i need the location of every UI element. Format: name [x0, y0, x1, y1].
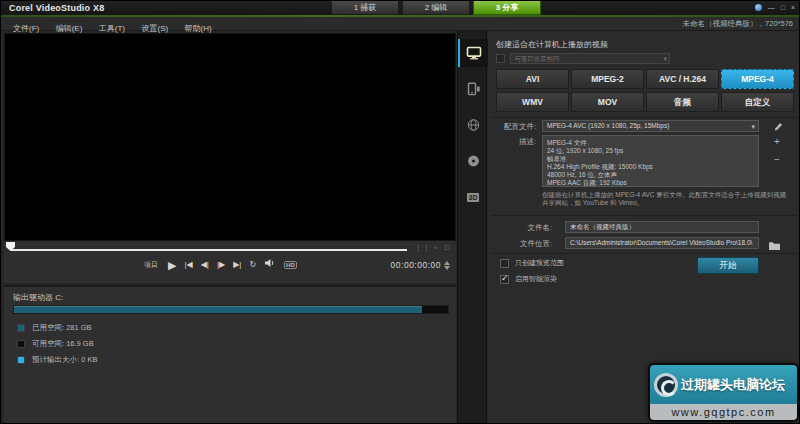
filename-label: 文件名: — [488, 223, 552, 233]
same-as-project-checkbox[interactable] — [496, 54, 505, 63]
menu-bar: 文件(F) 编辑(E) 工具(T) 设置(S) 帮助(H) 未命名（视频经典版）… — [1, 17, 800, 31]
profile-hint: 创建能在计算机上播放的 MPEG-4 AVC 兼容文件。此配置文件适合于上传视频… — [542, 191, 788, 207]
add-profile-icon[interactable]: + — [774, 137, 780, 147]
hd-toggle[interactable]: HD — [284, 261, 297, 269]
chevron-down-icon: ▾ — [663, 54, 667, 63]
preview-range-row: 只创建预览范围 — [500, 258, 564, 268]
preview-range-label: 只创建预览范围 — [515, 258, 564, 268]
legend-estimated: 预计输出大小: 0 KB — [17, 355, 97, 365]
drive-bar-free — [422, 306, 448, 313]
scrubber-track[interactable] — [11, 249, 407, 251]
same-as-project-select[interactable]: 与项目设置相同 ▾ — [510, 53, 670, 64]
title-bar: Corel VideoStudio X8 1 捕获 2 编辑 3 分享 — □ … — [1, 1, 800, 15]
legend-free-label: 可用空间: 16.9 GB — [32, 339, 94, 349]
minimize-icon[interactable]: — — [768, 3, 775, 12]
preview-monitor — [4, 33, 456, 241]
format-custom-button[interactable]: 自定义 — [721, 92, 794, 112]
forum-logo-icon — [654, 373, 678, 397]
legend-used-swatch — [17, 324, 25, 332]
same-as-project-row: 与项目设置相同 ▾ — [496, 53, 670, 64]
legend-free: 可用空间: 16.9 GB — [17, 339, 94, 349]
profile-value: MPEG-4 AVC (1920 x 1080, 25p, 15Mbps) — [547, 122, 669, 129]
share-dest-3d[interactable]: 3D — [458, 183, 488, 211]
repeat-button[interactable]: ↻ — [249, 259, 256, 271]
playback-mode-label[interactable]: 项目 — [144, 260, 158, 270]
share-dest-device[interactable] — [458, 75, 488, 103]
disc-icon — [466, 154, 481, 168]
timecode-value[interactable]: 00:00:00:00 — [391, 260, 441, 270]
timecode-group: 00:00:00:00 — [391, 260, 450, 270]
smart-render-checkbox[interactable]: ✓ — [500, 275, 509, 284]
restore-icon[interactable]: □ — [781, 3, 785, 12]
format-avi-button[interactable]: AVI — [496, 69, 569, 89]
profile-select[interactable]: MPEG-4 AVC (1920 x 1080, 25p, 15Mbps) ▾ — [542, 120, 759, 132]
volume-icon[interactable] — [264, 258, 276, 272]
tab-capture[interactable]: 1 捕获 — [331, 1, 399, 15]
format-mpeg4-button[interactable]: MPEG-4 — [721, 69, 794, 89]
profile-description: MPEG-4 文件 24 位, 1920 x 1080, 25 fps 帧基准 … — [542, 135, 759, 187]
output-drive-panel: 输出驱动器 C: 已用空间: 281 GB 可用空间: 16.9 GB 预计输出… — [4, 285, 456, 424]
same-as-project-label: 与项目设置相同 — [514, 55, 560, 62]
legend-free-swatch — [17, 340, 25, 348]
trim-tools: [ ] × ⊡ — [417, 243, 450, 253]
output-drive-title: 输出驱动器 C: — [13, 292, 63, 303]
playback-bar: [ ] × ⊡ 项目 ▶ |◀ ◀| |▶ ▶| ↻ HD 00:00:00:0… — [4, 241, 456, 283]
project-label: 未命名（视频经典版），720*576 — [683, 17, 793, 31]
share-dest-disc[interactable] — [458, 147, 488, 175]
description-label: 描述: — [488, 137, 536, 147]
filename-input[interactable]: 未命名（视频经典版） — [565, 221, 759, 233]
split-icon[interactable]: × — [433, 243, 437, 253]
app-title: Corel VideoStudio X8 — [9, 1, 104, 15]
mark-out-icon[interactable]: ] — [425, 243, 427, 253]
format-avc-h264-button[interactable]: AVC / H.264 — [646, 69, 719, 89]
share-destination-strip: 3D — [457, 31, 487, 424]
help-orb-icon[interactable] — [755, 4, 762, 11]
home-button[interactable]: |◀ — [184, 259, 192, 271]
preview-range-checkbox[interactable] — [500, 259, 509, 268]
app-window: Corel VideoStudio X8 1 捕获 2 编辑 3 分享 — □ … — [0, 0, 800, 424]
watermark-url: www.gqgtpc.com — [650, 404, 797, 420]
format-audio-button[interactable]: 音频 — [646, 92, 719, 112]
file-location-input[interactable]: C:\Users\Administrator\Documents\Corel V… — [565, 237, 759, 249]
previous-frame-button[interactable]: ◀| — [201, 259, 209, 271]
transport-controls: 项目 ▶ |◀ ◀| |▶ ▶| ↻ HD — [144, 258, 297, 272]
edit-profile-icon[interactable] — [774, 122, 783, 133]
format-wmv-button[interactable]: WMV — [496, 92, 569, 112]
end-button[interactable]: ▶| — [233, 259, 241, 271]
profile-label: 配置文件: — [488, 122, 536, 132]
drive-usage-bar — [13, 305, 449, 314]
legend-used: 已用空间: 281 GB — [17, 323, 92, 333]
device-icon — [465, 82, 481, 96]
watermark-title: 过期罐头电脑论坛 — [681, 376, 785, 394]
tab-edit[interactable]: 2 编辑 — [402, 1, 470, 15]
watermark-banner: 过期罐头电脑论坛 — [650, 365, 797, 404]
smart-render-label: 启用智能渲染 — [515, 274, 557, 284]
computer-icon — [466, 46, 482, 60]
panel-header: 创建适合在计算机上播放的视频 — [496, 39, 608, 50]
3d-icon: 3D — [467, 193, 480, 202]
share-dest-web[interactable] — [458, 111, 488, 139]
mark-in-icon[interactable]: [ — [417, 243, 419, 253]
divider — [492, 253, 797, 254]
legend-estimated-swatch — [17, 356, 25, 364]
tab-share[interactable]: 3 分享 — [473, 1, 541, 15]
smart-render-row: ✓ 启用智能渲染 — [500, 274, 557, 284]
play-button[interactable]: ▶ — [168, 259, 176, 271]
remove-profile-icon[interactable]: − — [774, 155, 780, 165]
drive-bar-used — [14, 306, 422, 313]
legend-estimated-label: 预计输出大小: 0 KB — [32, 355, 97, 365]
format-mov-button[interactable]: MOV — [571, 92, 644, 112]
enlarge-icon[interactable]: ⊡ — [444, 243, 450, 253]
close-icon[interactable]: × — [791, 3, 795, 12]
start-button[interactable]: 开始 — [697, 257, 759, 274]
window-controls: — □ × — [755, 3, 795, 12]
next-frame-button[interactable]: |▶ — [217, 259, 225, 271]
share-dest-computer[interactable] — [458, 39, 488, 67]
forum-watermark: 过期罐头电脑论坛 www.gqgtpc.com — [648, 363, 799, 422]
check-icon: ✓ — [501, 273, 509, 283]
divider — [492, 117, 797, 118]
timecode-spinner[interactable] — [444, 261, 450, 270]
step-tabs: 1 捕获 2 编辑 3 分享 — [331, 1, 541, 15]
format-mpeg2-button[interactable]: MPEG-2 — [571, 69, 644, 89]
divider — [492, 215, 797, 216]
